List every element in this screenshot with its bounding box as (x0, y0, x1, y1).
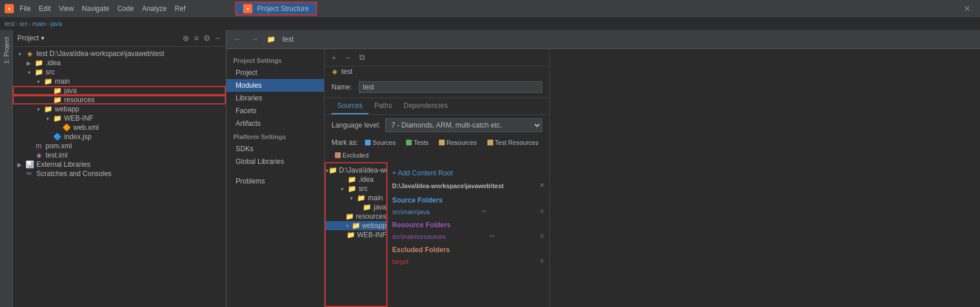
remove-module-button[interactable]: − (343, 52, 352, 63)
nav-item-modules[interactable]: Modules (226, 79, 324, 92)
source-folder-remove-button[interactable]: ✕ (539, 208, 545, 215)
tree-item-idea[interactable]: ▶ 📁 .idea (13, 58, 226, 68)
tree-item-resources[interactable]: 📁 resources (13, 95, 226, 104)
tree-item-indexjsp[interactable]: 🔷 index.jsp (13, 132, 226, 141)
tree-item-scratches[interactable]: ✏ Scratches and Consoles (13, 169, 226, 178)
project-structure-dialog: ← → 📁 test Project Settings Project Modu… (226, 30, 980, 307)
tree-item-label-webinf: WEB-INF (64, 114, 94, 122)
tree-item-webinf[interactable]: ▾ 📁 WEB-INF (13, 114, 226, 123)
nav-item-project[interactable]: Project (226, 66, 324, 79)
forward-button[interactable]: → (248, 33, 261, 45)
expand-arrow-webapp[interactable]: ▾ (33, 106, 43, 113)
tree-item-extlibs[interactable]: ▶ 📊 External Libraries (13, 160, 226, 169)
breadcrumb-src[interactable]: src (19, 20, 28, 27)
nav-item-problems[interactable]: Problems (226, 175, 324, 188)
mark-excluded-button[interactable]: Excluded (331, 151, 372, 160)
mark-excluded-label: Excluded (342, 152, 368, 159)
nav-item-artifacts[interactable]: Artifacts (226, 117, 324, 130)
resource-folders-title: Resource Folders (392, 221, 545, 229)
menu-file[interactable]: File (16, 3, 34, 14)
tab-paths[interactable]: Paths (368, 98, 398, 114)
mark-sources-button[interactable]: Sources (362, 138, 399, 147)
menu-analyze[interactable]: Analyze (139, 3, 170, 14)
resource-folder-remove-button[interactable]: ✕ (539, 233, 545, 240)
excluded-folder-path: target ✕ (392, 256, 545, 266)
module-list-item-test[interactable]: ◈ test (325, 66, 549, 77)
expand-arrow-src[interactable]: ▾ (24, 69, 33, 76)
tab-dependencies[interactable]: Dependencies (398, 98, 454, 114)
sources-name-row: Name: (325, 77, 549, 98)
expand-arrow-idea[interactable]: ▶ (24, 60, 33, 66)
expand-arrow-test[interactable]: ▾ (15, 51, 24, 57)
ps-dialog-header: ← → 📁 test (226, 30, 980, 49)
tab-sources[interactable]: Sources (331, 98, 368, 114)
mark-resources-button[interactable]: Resources (435, 138, 480, 147)
tree-item-pomxml[interactable]: m pom.xml (13, 141, 226, 151)
menu-edit[interactable]: Edit (35, 3, 54, 14)
source-folder-edit-button[interactable]: ✏ (482, 208, 487, 215)
src-tree-main[interactable]: ▾ 📁 main (326, 193, 386, 203)
src-java-folder-icon: 📁 (362, 203, 372, 211)
content-root-remove-button[interactable]: ✕ (539, 182, 545, 189)
dialog-app-icon: ♦ (243, 4, 252, 13)
mark-test-resources-button[interactable]: Test Resources (484, 138, 542, 147)
src-tree-resources[interactable]: 📁 resources (326, 212, 386, 221)
menu-navigate[interactable]: Navigate (79, 3, 113, 14)
settings-nav: Project Settings Project Modules Librari… (226, 49, 325, 307)
settings-icon[interactable]: ⚙ (202, 32, 212, 44)
add-content-root-button[interactable]: + Add Content Root (392, 167, 545, 179)
tree-item-testiml[interactable]: ◈ test.iml (13, 151, 226, 160)
close-button[interactable]: ✕ (964, 4, 971, 13)
src-tree-webinf[interactable]: 📁 WEB-INF (326, 230, 386, 239)
expand-arrow-extlibs[interactable]: ▶ (15, 162, 24, 168)
src-src-folder-icon: 📁 (346, 185, 357, 193)
src-tree-src[interactable]: ▾ 📁 src (326, 184, 386, 193)
src-src-arrow[interactable]: ▾ (337, 186, 346, 192)
src-tree-webapp[interactable]: ▾ 📁 webapp (326, 221, 386, 230)
menu-ref[interactable]: Ref (172, 3, 189, 14)
expand-arrow-webinf[interactable]: ▾ (43, 115, 52, 122)
locate-icon[interactable]: ⊕ (181, 32, 191, 44)
src-tree-root[interactable]: ▾ 📁 D:\Java\Idea-workspace\javaweb\test (326, 166, 386, 175)
menu-code[interactable]: Code (114, 3, 137, 14)
breadcrumb-test[interactable]: test (5, 20, 15, 27)
sources-dot (365, 140, 371, 145)
tree-item-webapp[interactable]: ▾ 📁 webapp (13, 104, 226, 114)
resource-folder-edit-button[interactable]: ✏ (490, 233, 495, 240)
tree-item-src[interactable]: ▾ 📁 src (13, 68, 226, 77)
side-toolbar-project-label[interactable]: 1: Project (3, 37, 10, 63)
tests-dot (406, 140, 412, 145)
name-input[interactable] (359, 81, 542, 93)
mark-tests-button[interactable]: Tests (403, 138, 432, 147)
copy-module-button[interactable]: ⧉ (357, 51, 367, 63)
src-main-arrow[interactable]: ▾ (346, 195, 356, 201)
source-folders-title: Source Folders (392, 196, 545, 204)
hide-icon[interactable]: − (214, 32, 221, 44)
nav-item-global-libs[interactable]: Global Libraries (226, 155, 324, 168)
excluded-folder-remove-button[interactable]: ✕ (539, 257, 545, 265)
tree-item-test[interactable]: ▾ ◈ test D:\Java\Idea-workspace\javaweb\… (13, 49, 226, 58)
back-button[interactable]: ← (231, 33, 244, 45)
nav-item-facets[interactable]: Facets (226, 104, 324, 117)
tree-item-main[interactable]: ▾ 📁 main (13, 77, 226, 86)
src-tree-java[interactable]: 📁 java (326, 203, 386, 212)
breadcrumb-main[interactable]: main (32, 20, 46, 27)
breadcrumb-java[interactable]: java (50, 20, 62, 27)
module-item-icon: ◈ (329, 68, 340, 76)
nav-item-libraries[interactable]: Libraries (226, 92, 324, 104)
language-level-select[interactable]: 7 - Diamonds, ARM, multi-catch etc. (385, 118, 542, 132)
src-resources-folder-icon: 📁 (345, 212, 354, 220)
src-webapp-arrow[interactable]: ▾ (344, 223, 352, 229)
app-icon: ♦ (5, 4, 14, 13)
sources-folder-tree: ▾ 📁 D:\Java\Idea-workspace\javaweb\test … (325, 162, 387, 307)
menu-bar: File Edit View Navigate Code Analyze Ref (16, 3, 189, 14)
tree-item-webxml[interactable]: 🔶 web.xml (13, 123, 226, 132)
collapse-icon[interactable]: ≡ (193, 32, 200, 44)
tree-item-java[interactable]: 📁 java (13, 86, 226, 95)
module-item-label: test (341, 68, 352, 76)
src-tree-idea[interactable]: 📁 .idea (326, 175, 386, 184)
menu-view[interactable]: View (55, 3, 77, 14)
nav-item-sdks[interactable]: SDKs (226, 143, 324, 155)
expand-arrow-main[interactable]: ▾ (33, 78, 43, 85)
add-module-button[interactable]: + (329, 52, 338, 63)
